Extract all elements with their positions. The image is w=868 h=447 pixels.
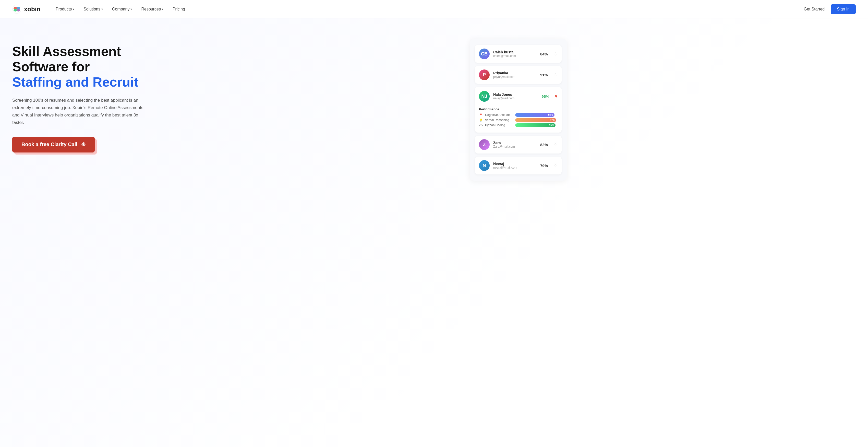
candidate-score-zara: 82% [540, 143, 548, 147]
avatar-neeraj: N [479, 160, 490, 171]
candidate-name-priyanka: Priyanka [493, 71, 537, 75]
nav-resources[interactable]: Resources ▾ [141, 7, 163, 11]
perf-bar-cognitive: 93% [515, 113, 555, 117]
avatar-nala: NJ [479, 91, 490, 102]
nav-solutions[interactable]: Solutions ▾ [84, 7, 103, 11]
avatar-zara: Z [479, 139, 490, 150]
perf-bar-verbal: 97% [515, 118, 556, 122]
bulb-icon: 💡 [479, 119, 483, 122]
card-top-nala: NJ Nala Jones nala@mail.com 95% ♥ [479, 91, 558, 102]
perf-bar-bg-python: 95% [515, 123, 558, 127]
heart-icon-caleb[interactable]: ♡ [554, 51, 558, 57]
logo-link[interactable]: xobin [12, 5, 40, 14]
candidates-panel: CB Caleb busta caleb@mail.com 84% ♡ P Pr… [470, 39, 567, 181]
candidate-info-neeraj: Neeraj neeraj@mail.com [493, 162, 537, 169]
hero-subtext: Screening 100's of resumes and selecting… [12, 97, 145, 126]
chevron-down-icon: ▾ [162, 7, 163, 11]
cta-button[interactable]: Book a free Clarity Call ✳ [12, 137, 95, 152]
sparkle-icon: ✳ [81, 141, 86, 148]
svg-point-3 [13, 9, 17, 11]
candidate-email-priyanka: priya@mail.com [493, 75, 537, 79]
navbar: xobin Products ▾ Solutions ▾ Company ▾ R… [0, 0, 868, 19]
perf-row-verbal: 💡 Verbal Reasoning 97% [479, 118, 558, 122]
perf-bar-label-python: 95% [549, 124, 554, 127]
get-started-button[interactable]: Get Started [804, 7, 825, 11]
perf-bar-label-cognitive: 93% [548, 114, 553, 117]
nav-company[interactable]: Company ▾ [112, 7, 132, 11]
avatar-priyanka: P [479, 69, 490, 80]
candidate-name-zara: Zara [493, 141, 537, 145]
chevron-down-icon: ▾ [73, 7, 74, 11]
candidate-info-nala: Nala Jones nala@mail.com [493, 92, 538, 100]
perf-bar-bg-verbal: 97% [515, 118, 558, 122]
candidate-info-caleb: Caleb busta caleb@mail.com [493, 50, 537, 58]
performance-section: Performance 📍 Cognitive Aptitude 93% 💡 V… [479, 107, 558, 128]
candidate-name-nala: Nala Jones [493, 92, 538, 96]
performance-title: Performance [479, 107, 558, 111]
nav-right: Get Started Sign In [804, 4, 856, 14]
candidate-card-zara: Z Zara Zara@mail.com 82% ♡ [475, 136, 562, 153]
sign-in-button[interactable]: Sign In [831, 4, 856, 14]
perf-bar-python: 95% [515, 123, 556, 127]
perf-row-cognitive: 📍 Cognitive Aptitude 93% [479, 113, 558, 117]
logo-text: xobin [24, 6, 40, 13]
chevron-down-icon: ▾ [101, 7, 103, 11]
cta-wrapper: Book a free Clarity Call ✳ [12, 137, 95, 152]
candidate-name-caleb: Caleb busta [493, 50, 537, 54]
svg-point-0 [12, 5, 21, 13]
perf-row-python: </> Python Coding 95% [479, 123, 558, 127]
heart-icon-zara[interactable]: ♡ [554, 142, 558, 147]
code-icon: </> [479, 124, 483, 127]
hero-right: CB Caleb busta caleb@mail.com 84% ♡ P Pr… [181, 34, 856, 181]
avatar-caleb: CB [479, 49, 490, 59]
candidate-email-zara: Zara@mail.com [493, 145, 537, 148]
candidate-score-neeraj: 79% [540, 163, 548, 168]
candidate-name-neeraj: Neeraj [493, 162, 537, 166]
candidate-info-priyanka: Priyanka priya@mail.com [493, 71, 537, 79]
location-icon: 📍 [479, 113, 483, 117]
perf-bar-bg-cognitive: 93% [515, 113, 558, 117]
perf-label-cognitive: Cognitive Aptitude [485, 113, 513, 117]
chevron-down-icon: ▾ [130, 7, 132, 11]
heart-icon-priyanka[interactable]: ♡ [554, 72, 558, 78]
xobin-logo-icon [12, 5, 22, 14]
candidate-score-nala: 95% [541, 94, 549, 98]
candidate-email-neeraj: neeraj@mail.com [493, 166, 537, 169]
hero-left: Skill Assessment Software for Staffing a… [12, 34, 165, 152]
perf-label-python: Python Coding [485, 123, 513, 127]
candidate-card-neeraj: N Neeraj neeraj@mail.com 79% ♡ [475, 156, 562, 175]
candidate-card-caleb: CB Caleb busta caleb@mail.com 84% ♡ [475, 45, 562, 63]
candidate-score-caleb: 84% [540, 52, 548, 56]
hero-heading-blue: Staffing and Recruit [12, 74, 138, 89]
perf-label-verbal: Verbal Reasoning [485, 118, 513, 122]
candidate-email-caleb: caleb@mail.com [493, 54, 537, 58]
cta-label: Book a free Clarity Call [22, 142, 78, 147]
hero-section: Skill Assessment Software for Staffing a… [0, 19, 868, 447]
candidate-info-zara: Zara Zara@mail.com [493, 141, 537, 148]
candidate-card-nala: NJ Nala Jones nala@mail.com 95% ♥ Perfor… [475, 87, 562, 132]
candidate-card-priyanka: P Priyanka priya@mail.com 91% ♡ [475, 66, 562, 84]
candidate-score-priyanka: 91% [540, 73, 548, 77]
svg-point-4 [17, 9, 20, 11]
heart-icon-nala[interactable]: ♥ [555, 94, 558, 99]
candidate-email-nala: nala@mail.com [493, 96, 538, 100]
perf-bar-label-verbal: 97% [550, 119, 555, 122]
nav-products[interactable]: Products ▾ [56, 7, 74, 11]
hero-heading: Skill Assessment Software for Staffing a… [12, 44, 165, 90]
nav-links: Products ▾ Solutions ▾ Company ▾ Resourc… [56, 7, 804, 11]
nav-pricing[interactable]: Pricing [173, 7, 185, 11]
heart-icon-neeraj[interactable]: ♡ [554, 163, 558, 168]
